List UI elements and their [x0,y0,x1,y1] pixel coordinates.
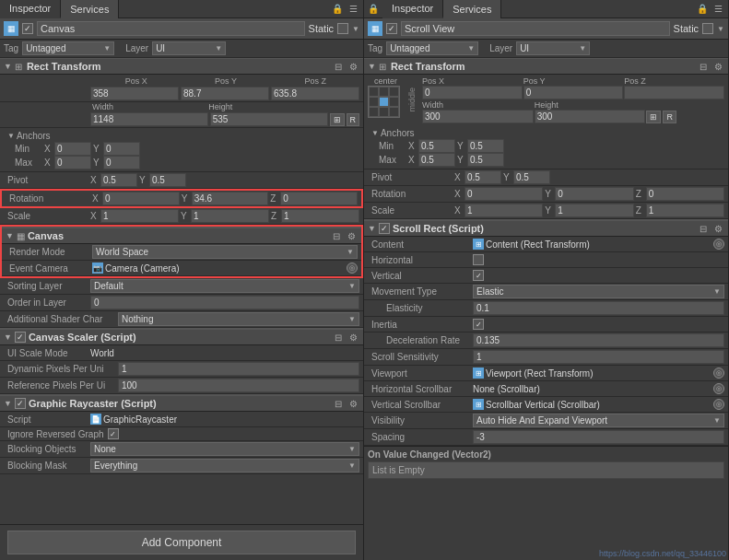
right-rect-transform-header[interactable]: ▼ ⊞ Rect Transform ⊟ ⚙ [364,58,728,75]
right-rotation-x[interactable] [464,187,543,201]
graphic-raycaster-header[interactable]: ▼ Graphic Raycaster (Script) ⊟ ⚙ [0,394,363,412]
render-mode-dropdown[interactable]: World Space ▼ [92,245,358,259]
right-pivot-x[interactable] [464,170,501,184]
h-scrollbar-circle-btn[interactable]: ◎ [713,383,724,394]
right-layer-dropdown[interactable]: UI ▼ [516,41,590,55]
canvas-copy-icon[interactable]: ⊟ [331,231,342,241]
elasticity-input[interactable] [473,301,724,315]
right-pos-z[interactable] [624,86,724,99]
blueprint-btn[interactable]: ⊞ [330,113,345,126]
anchor-min-x[interactable] [54,142,91,156]
viewport-circle-btn[interactable]: ◎ [713,368,724,379]
rt-settings-icon[interactable]: ⚙ [347,62,359,72]
rotation-z[interactable] [280,192,358,205]
right-scale-z[interactable] [646,204,724,217]
pivot-x[interactable] [100,173,137,187]
dynamic-pixels-input[interactable] [118,362,359,376]
deceleration-rate-input[interactable] [473,333,724,347]
movement-type-dropdown[interactable]: Elastic ▼ [473,285,724,298]
layer-dropdown[interactable]: UI ▼ [152,41,226,55]
blocking-mask-dropdown[interactable]: Everything ▼ [90,459,359,472]
canvas-scaler-header[interactable]: ▼ Canvas Scaler (Script) ⊟ ⚙ [0,328,363,345]
anchor-min-y[interactable] [103,142,140,156]
right-tab-inspector[interactable]: Inspector [382,0,443,18]
blocking-objects-dropdown[interactable]: None ▼ [90,442,359,456]
left-rect-transform-header[interactable]: ▼ ⊞ Rect Transform ⊟ ⚙ [0,58,363,75]
anchor-max-y[interactable] [103,156,140,169]
raycaster-settings-icon[interactable]: ⚙ [347,399,359,409]
sorting-layer-dropdown[interactable]: Default ▼ [90,279,359,293]
right-scale-x[interactable] [464,204,543,217]
canvas-name-input[interactable] [37,21,305,36]
sr-settings-icon[interactable]: ⚙ [712,224,724,234]
visibility-dropdown[interactable]: Auto Hide And Expand Viewport ▼ [473,414,724,427]
scale-x[interactable] [100,209,179,223]
additional-shader-dropdown[interactable]: Nothing ▼ [118,312,359,326]
static-checkbox[interactable] [337,23,348,34]
raycaster-copy-icon[interactable]: ⊟ [333,399,344,409]
right-lock-icon[interactable]: 🔒 [695,4,710,14]
right-scale-y[interactable] [555,204,633,217]
content-circle-btn[interactable]: ◎ [713,239,724,250]
add-component-button[interactable]: Add Component [7,531,356,554]
right-width[interactable] [422,110,534,123]
pos-y-input[interactable] [181,87,269,100]
v-scrollbar-circle-btn[interactable]: ◎ [713,399,724,410]
rotation-y[interactable] [192,192,269,205]
right-tab-services[interactable]: Services [443,0,501,18]
scale-y[interactable] [191,209,269,223]
event-camera-circle-btn[interactable]: ◎ [347,262,358,274]
right-rt-copy-icon[interactable]: ⊟ [698,62,709,72]
right-anchor-min-x[interactable] [418,139,455,153]
raycaster-active-checkbox[interactable] [15,398,26,409]
left-tab-inspector[interactable]: Inspector [0,0,61,18]
spacing-input[interactable] [473,430,724,444]
anchor-max-x[interactable] [54,156,91,169]
right-rotation-z[interactable] [646,187,724,201]
tag-dropdown[interactable]: Untagged ▼ [22,41,114,55]
rt-copy-icon[interactable]: ⊟ [333,62,344,72]
scroll-rect-header[interactable]: ▼ Scroll Rect (Script) ⊟ ⚙ [364,219,728,237]
scrollview-active-checkbox[interactable] [386,23,397,34]
right-rt-settings-icon[interactable]: ⚙ [712,62,724,72]
reference-pixels-input[interactable] [118,379,359,392]
right-static-checkbox[interactable] [702,23,713,34]
right-pos-x[interactable] [422,86,523,99]
canvas-active-checkbox[interactable] [22,23,33,34]
right-anchor-max-x[interactable] [418,153,455,167]
canvas-component-header[interactable]: ▼ ▦ Canvas ⊟ ⚙ [2,227,361,244]
pos-x-input[interactable] [90,87,179,100]
inertia-checkbox[interactable] [473,319,484,330]
menu-icon[interactable]: ☰ [347,4,359,14]
right-anchor-min-y[interactable] [467,139,504,153]
vertical-checkbox[interactable] [473,270,484,281]
lock-icon[interactable]: 🔒 [330,4,345,14]
ignore-reversed-checkbox[interactable] [108,428,119,439]
right-rotation-y[interactable] [555,187,633,201]
scale-z[interactable] [281,209,359,223]
right-height[interactable] [535,110,646,123]
rotation-x[interactable] [102,192,180,205]
canvas-settings-icon[interactable]: ⚙ [346,231,358,241]
order-in-layer-input[interactable] [90,296,359,309]
scaler-copy-icon[interactable]: ⊟ [333,332,344,343]
right-tag-dropdown[interactable]: Untagged ▼ [386,41,478,55]
pivot-y[interactable] [149,173,186,187]
right-blueprint-btn[interactable]: ⊞ [646,111,661,123]
right-pos-y[interactable] [523,86,624,99]
width-input[interactable] [90,112,208,126]
left-tab-services[interactable]: Services [61,0,119,18]
r-btn[interactable]: R [347,113,360,126]
scaler-active-checkbox[interactable] [15,332,26,343]
right-pivot-y[interactable] [513,170,550,184]
right-r-btn[interactable]: R [663,111,676,123]
right-static-dropdown-arrow[interactable]: ▼ [717,25,724,33]
scrollview-name-input[interactable] [401,21,670,36]
right-anchor-max-y[interactable] [467,153,504,167]
anchor-preset-preview[interactable] [368,86,400,118]
horizontal-checkbox[interactable] [473,254,484,265]
sr-active-checkbox[interactable] [379,223,390,234]
pos-z-input[interactable] [271,87,359,100]
scroll-sensitivity-input[interactable] [473,350,724,364]
right-menu-icon[interactable]: ☰ [712,4,724,14]
